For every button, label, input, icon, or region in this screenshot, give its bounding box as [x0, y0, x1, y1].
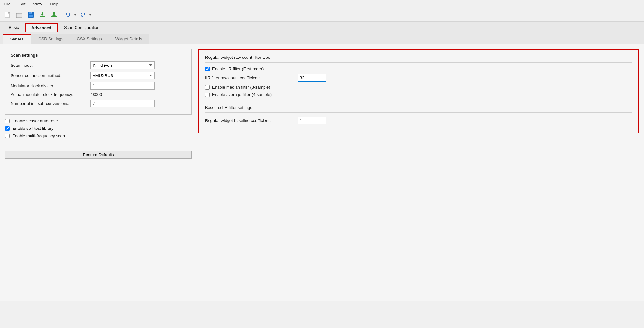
baseline-title: Baseline IIR filter settings — [205, 105, 632, 113]
median-filter-row: Enable median filter (3-sample) — [205, 85, 632, 90]
actual-mod-freq-label: Actual modulator clock frequency: — [11, 92, 88, 97]
toolbar-separator — [61, 10, 61, 19]
top-tab-bar: Basic Advanced Scan Configuration — [0, 22, 644, 32]
sensor-connection-label: Sensor connection method: — [11, 73, 88, 78]
init-sub-conversions-input[interactable] — [90, 100, 155, 107]
sub-tab-widget-details[interactable]: Widget Details — [109, 34, 149, 44]
sensor-connection-row: Sensor connection method: AMUXBUS Direct — [11, 72, 186, 79]
undo-button[interactable] — [63, 10, 72, 20]
scan-mode-row: Scan mode: INT driven DMA driven Polling — [11, 61, 186, 69]
svg-rect-2 — [16, 14, 22, 18]
content-area: General CSD Settings CSX Settings Widget… — [0, 32, 644, 301]
redo-arrow[interactable]: ▾ — [88, 10, 92, 20]
baseline-coeff-label: Regular widget baseline coefficient: — [205, 118, 295, 123]
sensor-auto-reset-checkbox[interactable] — [5, 119, 10, 123]
baseline-coeff-row: Regular widget baseline coefficient: — [205, 117, 632, 124]
multi-freq-scan-checkbox[interactable] — [5, 134, 10, 138]
right-panel: Regular widget raw count filter type Ena… — [198, 49, 639, 133]
left-panel: Scan settings Scan mode: INT driven DMA … — [5, 49, 192, 296]
baseline-divider — [205, 101, 632, 101]
scan-settings-group: Scan settings Scan mode: INT driven DMA … — [5, 49, 192, 115]
actual-mod-freq-row: Actual modulator clock frequency: 48000 — [11, 92, 186, 97]
menu-help[interactable]: Help — [49, 1, 60, 7]
upload-icon — [50, 11, 58, 18]
open-icon — [16, 11, 23, 18]
tab-advanced[interactable]: Advanced — [25, 23, 58, 32]
iir-coeff-label: IIR filter raw count coefficient: — [205, 75, 295, 80]
sub-tab-csd-settings[interactable]: CSD Settings — [31, 34, 70, 44]
new-button[interactable] — [3, 10, 13, 20]
sensor-auto-reset-row: Enable sensor auto-reset — [5, 119, 192, 123]
sub-tab-bar: General CSD Settings CSX Settings Widget… — [0, 32, 644, 44]
baseline-coeff-input[interactable] — [298, 117, 326, 124]
scan-mode-label: Scan mode: — [11, 63, 88, 68]
undo-arrow[interactable]: ▾ — [73, 10, 77, 20]
multi-freq-scan-row: Enable multi-frequency scan — [5, 133, 192, 138]
svg-rect-12 — [53, 12, 55, 14]
menu-view[interactable]: View — [32, 1, 43, 7]
redo-group: ▾ — [78, 10, 92, 20]
sensor-auto-reset-label: Enable sensor auto-reset — [12, 119, 59, 123]
median-filter-label: Enable median filter (3-sample) — [212, 85, 270, 90]
median-filter-checkbox[interactable] — [205, 85, 210, 90]
iir-filter-checkbox[interactable] — [205, 67, 210, 71]
svg-rect-7 — [40, 16, 45, 17]
scan-mode-select[interactable]: INT driven DMA driven Polling — [90, 61, 155, 69]
save-button[interactable] — [26, 10, 36, 20]
restore-defaults-button[interactable]: Restore Defaults — [5, 151, 192, 159]
multi-freq-scan-label: Enable multi-frequency scan — [12, 133, 65, 138]
menu-file[interactable]: File — [3, 1, 12, 7]
self-test-library-row: Enable self-test library — [5, 126, 192, 131]
open-button[interactable] — [14, 10, 24, 20]
redo-dropdown-icon: ▾ — [89, 13, 91, 17]
download-button[interactable] — [37, 10, 48, 20]
menu-bar: File Edit View Help — [0, 0, 644, 8]
section-divider — [5, 144, 192, 144]
svg-rect-10 — [51, 16, 57, 17]
iir-coeff-row: IIR filter raw count coefficient: — [205, 74, 632, 82]
toolbar: ▾ ▾ — [0, 8, 644, 22]
svg-rect-9 — [42, 12, 43, 14]
sensor-connection-select[interactable]: AMUXBUS Direct — [90, 72, 155, 79]
init-sub-conversions-row: Number of init sub-conversions: — [11, 100, 186, 107]
redo-button[interactable] — [78, 10, 87, 20]
download-icon — [39, 11, 46, 18]
tab-scan-configuration[interactable]: Scan Configuration — [58, 23, 106, 32]
sub-tab-general[interactable]: General — [3, 34, 31, 44]
svg-rect-5 — [31, 12, 32, 13]
sub-tab-csx-settings[interactable]: CSX Settings — [70, 34, 108, 44]
mod-clock-divider-label: Modulator clock divider: — [11, 84, 88, 88]
self-test-library-label: Enable self-test library — [12, 126, 54, 131]
init-sub-conversions-label: Number of init sub-conversions: — [11, 101, 88, 106]
raw-filter-title: Regular widget raw count filter type — [205, 55, 632, 63]
new-icon — [4, 11, 11, 18]
undo-dropdown-icon: ▾ — [74, 13, 76, 17]
svg-rect-6 — [29, 15, 33, 17]
tab-basic[interactable]: Basic — [3, 23, 25, 32]
actual-mod-freq-value: 48000 — [90, 92, 102, 97]
mod-clock-divider-row: Modulator clock divider: — [11, 82, 186, 90]
menu-edit[interactable]: Edit — [17, 1, 27, 7]
mod-clock-divider-input[interactable] — [90, 82, 155, 90]
iir-filter-row: Enable IIR filter (First order) — [205, 66, 632, 71]
average-filter-row: Enable average filter (4-sample) — [205, 92, 632, 97]
iir-filter-label: Enable IIR filter (First order) — [212, 66, 264, 71]
main-panel: Scan settings Scan mode: INT driven DMA … — [0, 44, 644, 301]
iir-coeff-input[interactable] — [298, 74, 326, 82]
self-test-library-checkbox[interactable] — [5, 126, 10, 131]
save-icon — [27, 11, 34, 18]
undo-icon — [65, 12, 71, 18]
undo-group: ▾ — [63, 10, 77, 20]
average-filter-checkbox[interactable] — [205, 93, 210, 97]
redo-icon — [80, 12, 86, 18]
upload-button[interactable] — [49, 10, 59, 20]
average-filter-label: Enable average filter (4-sample) — [212, 92, 272, 97]
scan-settings-title: Scan settings — [11, 53, 186, 58]
